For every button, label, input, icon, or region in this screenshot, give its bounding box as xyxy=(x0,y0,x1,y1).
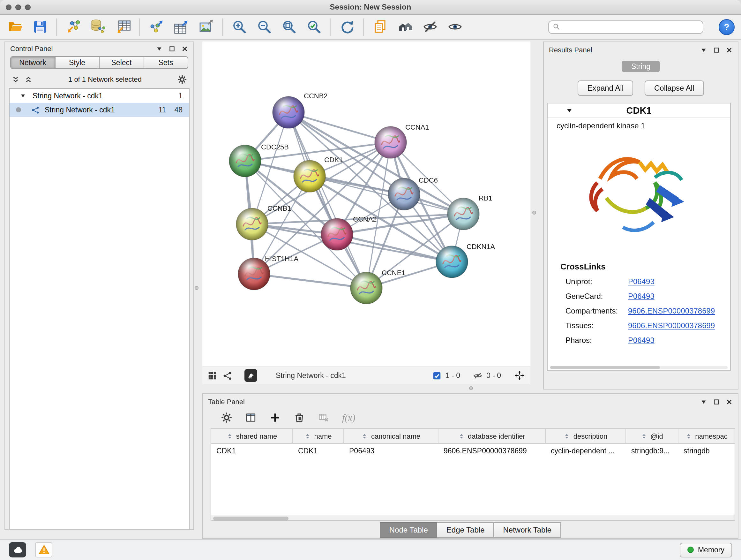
create-column-button[interactable] xyxy=(269,412,281,423)
export-image-button[interactable] xyxy=(197,18,214,36)
collapse-entry-icon[interactable] xyxy=(565,107,573,114)
tab-edge-table[interactable]: Edge Table xyxy=(437,522,494,537)
tab-sets[interactable]: Sets xyxy=(144,56,188,69)
panel-menu-button[interactable] xyxy=(156,45,163,52)
tree-expand-icon[interactable] xyxy=(20,92,26,99)
network-overview-button[interactable] xyxy=(223,371,232,380)
network-tree-root[interactable]: String Network - cdk1 1 xyxy=(10,89,189,103)
network-tree-item-selected[interactable]: String Network - cdk1 11 48 xyxy=(10,103,189,117)
collapse-all-icon[interactable] xyxy=(11,75,20,83)
close-window-button[interactable] xyxy=(6,4,11,10)
zoom-selected-button[interactable] xyxy=(305,18,322,36)
network-canvas[interactable]: CCNB2CCNA1CDC25BCDK1CDC6RB1CCNB1CCNA2CDK… xyxy=(202,42,530,367)
column-header-shared-name[interactable]: shared name xyxy=(211,429,293,443)
cell-id[interactable]: stringdb:9... xyxy=(626,444,678,457)
export-network-button[interactable] xyxy=(147,18,165,36)
documents-button[interactable] xyxy=(372,18,389,36)
crosslink-link-compartments[interactable]: 9606.ENSP00000378699 xyxy=(628,307,715,315)
panel-float-button[interactable] xyxy=(169,45,176,52)
zoom-fit-button[interactable] xyxy=(280,18,297,36)
import-network-database-button[interactable] xyxy=(89,18,107,36)
help-button[interactable]: ? xyxy=(719,19,735,35)
network-edge-HIST1H1A-CCNE1[interactable] xyxy=(254,274,366,288)
minimize-window-button[interactable] xyxy=(15,4,21,10)
column-header-canonical-name[interactable]: canonical name xyxy=(344,429,439,443)
network-node-CDK1[interactable] xyxy=(293,160,326,192)
tab-select[interactable]: Select xyxy=(99,56,144,69)
tab-network-table[interactable]: Network Table xyxy=(494,522,561,537)
cloud-button[interactable] xyxy=(9,542,26,557)
network-node-CCNB2[interactable] xyxy=(273,97,305,128)
horizontal-scrollbar[interactable] xyxy=(211,515,735,520)
network-node-CCNA1[interactable] xyxy=(375,126,407,159)
delete-column-button[interactable] xyxy=(293,412,305,423)
table-settings-button[interactable] xyxy=(221,412,232,423)
show-columns-button[interactable] xyxy=(245,412,257,423)
cell-namespace[interactable]: stringdb xyxy=(678,444,735,457)
gene-header[interactable]: CDK1 xyxy=(548,104,730,118)
column-header-namespace[interactable]: namespac xyxy=(678,429,735,443)
panel-close-button[interactable] xyxy=(726,46,733,53)
zoom-out-button[interactable] xyxy=(255,18,273,36)
function-builder-button[interactable]: f(x) xyxy=(342,412,355,423)
cell-description[interactable]: cyclin-dependent ... xyxy=(546,444,626,457)
expand-all-button[interactable]: Expand All xyxy=(578,80,633,96)
crosslink-link-pharos[interactable]: P06493 xyxy=(628,336,655,345)
network-edge-CCNB2-CCNE1[interactable] xyxy=(288,112,366,288)
column-header-name[interactable]: name xyxy=(293,429,344,443)
splitter-handle[interactable] xyxy=(532,211,536,214)
tab-style[interactable]: Style xyxy=(55,56,99,69)
panel-close-button[interactable] xyxy=(726,398,733,405)
houses-button[interactable] xyxy=(396,18,414,36)
column-header-id[interactable]: @id xyxy=(626,429,678,443)
cell-shared-name[interactable]: CDK1 xyxy=(211,444,293,457)
cell-name[interactable]: CDK1 xyxy=(293,444,344,457)
apply-layout-button[interactable] xyxy=(338,18,355,36)
splitter-handle[interactable] xyxy=(195,286,199,290)
network-node-CCNB1[interactable] xyxy=(236,208,268,240)
network-node-CDKN1A[interactable] xyxy=(436,246,468,278)
panel-float-button[interactable] xyxy=(713,398,720,405)
panel-float-button[interactable] xyxy=(713,46,720,53)
warnings-button[interactable] xyxy=(35,542,52,557)
import-table-file-button[interactable] xyxy=(114,18,131,36)
table-row[interactable]: CDK1 CDK1 P06493 9606.ENSP00000378699 cy… xyxy=(211,444,735,457)
network-node-CCNE1[interactable] xyxy=(350,272,382,304)
cell-canonical-name[interactable]: P06493 xyxy=(344,444,439,457)
show-all-button[interactable] xyxy=(446,18,463,36)
export-table-button[interactable] xyxy=(172,18,190,36)
network-node-CDC25B[interactable] xyxy=(229,145,261,177)
memory-button[interactable]: Memory xyxy=(680,543,732,557)
splitter-handle[interactable] xyxy=(469,386,473,390)
network-node-CDC6[interactable] xyxy=(388,178,420,210)
import-network-file-button[interactable] xyxy=(64,18,82,36)
crosslink-link-tissues[interactable]: 9606.ENSP00000378699 xyxy=(628,321,715,330)
open-session-button[interactable] xyxy=(6,18,23,36)
search-input[interactable] xyxy=(563,23,699,30)
cell-database-identifier[interactable]: 9606.ENSP00000378699 xyxy=(439,444,546,457)
save-session-button[interactable] xyxy=(31,18,49,36)
results-tab-string[interactable]: String xyxy=(622,61,660,72)
panel-close-button[interactable] xyxy=(181,45,188,52)
network-node-CCNA2[interactable] xyxy=(321,219,353,250)
expand-all-icon[interactable] xyxy=(24,75,32,83)
zoom-in-button[interactable] xyxy=(230,18,248,36)
network-node-RB1[interactable] xyxy=(448,198,479,230)
grid-view-button[interactable] xyxy=(207,371,217,380)
horizontal-scrollbar[interactable] xyxy=(550,366,728,369)
gear-icon[interactable] xyxy=(178,74,187,84)
column-header-database-identifier[interactable]: database identifier xyxy=(439,429,546,443)
fit-content-button[interactable] xyxy=(514,370,525,381)
panel-menu-button[interactable] xyxy=(700,398,707,405)
crosslink-link-genecard[interactable]: P06493 xyxy=(628,292,655,301)
column-header-description[interactable]: description xyxy=(546,429,626,443)
panel-menu-button[interactable] xyxy=(700,46,707,53)
collapse-all-button[interactable]: Collapse All xyxy=(645,80,704,96)
network-node-HIST1H1A[interactable] xyxy=(238,258,270,290)
tab-node-table[interactable]: Node Table xyxy=(380,522,437,537)
tab-network[interactable]: Network xyxy=(10,56,55,69)
hide-selected-button[interactable] xyxy=(421,18,439,36)
birdseye-view-button[interactable] xyxy=(245,369,257,382)
crosslink-link-uniprot[interactable]: P06493 xyxy=(628,277,655,286)
maximize-window-button[interactable] xyxy=(25,4,30,10)
